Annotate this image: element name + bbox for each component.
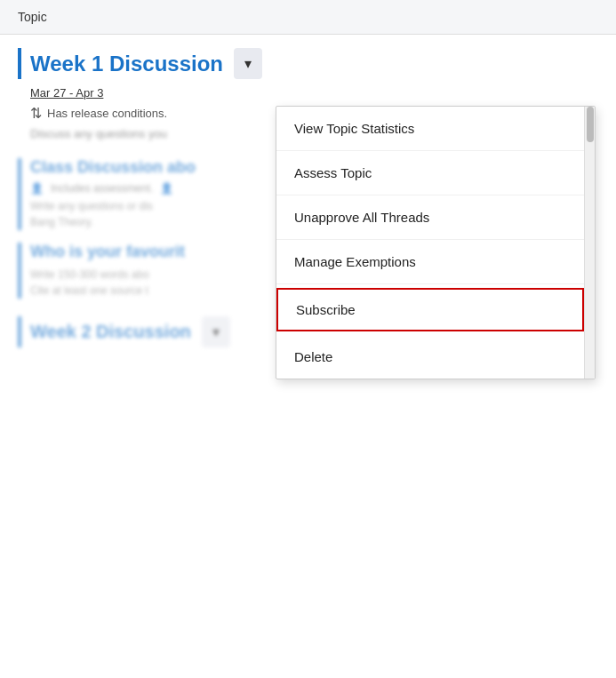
menu-item-manage-exemptions[interactable]: Manage Exemptions [276,240,584,284]
week1-date-range: Mar 27 - Apr 3 [30,86,598,100]
week1-title: Week 1 Discussion [30,52,223,76]
scrollbar-thumb [587,107,594,142]
conditions-icon: ⇅ [30,105,42,122]
week2-dropdown-button[interactable]: ▾ [202,316,230,347]
content-area: Week 1 Discussion ▾ Mar 27 - Apr 3 ⇅ Has… [0,35,616,361]
dropdown-menu: View Topic Statistics Assess Topic Unapp… [276,106,596,379]
week1-header-row: Week 1 Discussion ▾ [18,48,598,79]
menu-item-subscribe[interactable]: Subscribe [276,288,584,331]
subtopic1-meta-text: Includes assessment. [51,182,153,195]
menu-item-view-topic-statistics[interactable]: View Topic Statistics [276,107,584,151]
release-conditions-text: Has release conditions. [47,107,167,120]
subtopic1-meta-icon2: 👤 [160,182,173,195]
scrollbar[interactable] [584,107,595,379]
menu-item-delete[interactable]: Delete [276,335,584,379]
week2-title: Week 2 Discussion [30,322,191,342]
menu-item-assess-topic[interactable]: Assess Topic [276,151,584,195]
header-bar: Topic [0,0,616,35]
page-container: Topic Week 1 Discussion ▾ Mar 27 - Apr 3… [0,0,616,678]
subtopic1-meta-icon: 👤 [30,182,44,195]
menu-item-unapprove-all-threads[interactable]: Unapprove All Threads [276,195,584,240]
week1-dropdown-button[interactable]: ▾ [234,48,262,79]
topic-label: Topic [18,10,47,24]
